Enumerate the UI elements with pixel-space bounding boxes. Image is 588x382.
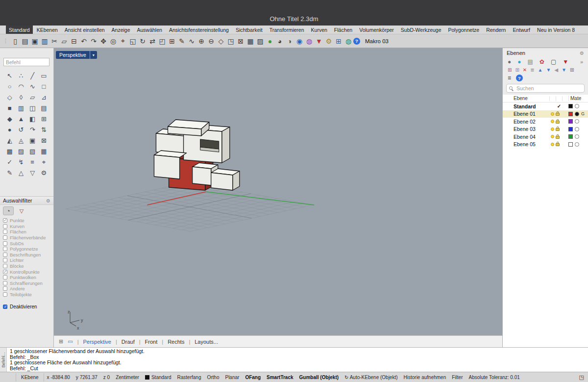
menu-tab-transformieren[interactable]: Transformieren: [267, 25, 307, 34]
pencil-icon[interactable]: ✎: [5, 168, 15, 178]
viewport-title[interactable]: Perspektive: [56, 51, 90, 59]
rectangle-icon[interactable]: ▭: [39, 71, 49, 80]
material-circle[interactable]: [575, 142, 579, 147]
zoom-window-icon[interactable]: ⌖: [118, 36, 128, 47]
filter-tab-icon[interactable]: ▼: [563, 58, 568, 65]
plane-icon[interactable]: ▱: [27, 93, 37, 102]
viewport-tab-drauf[interactable]: Drauf: [122, 339, 135, 345]
trim-icon[interactable]: ⊠: [236, 36, 245, 47]
viewport-tab-front[interactable]: Front: [145, 339, 158, 345]
filter-kurven[interactable]: Kurven: [3, 224, 50, 229]
material-circle[interactable]: [575, 127, 579, 131]
checkbox-checked-icon[interactable]: [3, 270, 7, 274]
redo-icon[interactable]: ↷: [89, 36, 98, 47]
material-sphere-icon[interactable]: ◍: [304, 36, 314, 47]
copy-object-icon[interactable]: ◰: [157, 36, 167, 47]
window-layout-icon[interactable]: ◳: [575, 374, 588, 381]
open-file-icon[interactable]: ▤: [20, 36, 30, 47]
move-layer-down-icon[interactable]: ▼: [546, 67, 551, 73]
toggle-historie-aufnehmen[interactable]: Historie aufnehmen: [401, 375, 449, 380]
line-icon[interactable]: ╱: [27, 71, 37, 80]
layer-row-ebene-01[interactable]: Ebene 01G: [503, 110, 588, 118]
visibility-bulb-icon[interactable]: [551, 143, 554, 146]
toggle-gumball-objekt[interactable]: Gumball (Objekt): [296, 375, 342, 380]
filter-funnel-icon[interactable]: ▽: [17, 207, 26, 215]
filter-layers-icon[interactable]: ▼: [562, 67, 566, 73]
checkbox-icon[interactable]: [3, 253, 7, 257]
viewport-perspective[interactable]: zyx Perspektive ▾: [54, 48, 502, 335]
checkbox-icon[interactable]: [3, 275, 7, 280]
ellipse-icon[interactable]: ◊: [16, 93, 26, 102]
tetrahedron-icon[interactable]: ◬: [16, 136, 26, 145]
filter-punkte[interactable]: Punkte: [3, 218, 50, 224]
slab-icon[interactable]: ▥: [16, 103, 26, 113]
paste-icon[interactable]: ⊟: [69, 36, 79, 47]
sphere-icon[interactable]: ●: [5, 125, 15, 134]
filter-flächen[interactable]: Flächen: [3, 229, 50, 235]
layer-color-swatch[interactable]: [568, 119, 573, 124]
target-icon[interactable]: ⌖: [39, 157, 49, 167]
square-icon[interactable]: □: [39, 82, 49, 91]
array-icon[interactable]: ⊞: [167, 36, 177, 47]
help-icon[interactable]: ?: [353, 38, 360, 45]
properties-tab-icon[interactable]: ●: [508, 58, 511, 65]
hatch-tool-icon[interactable]: ▩: [5, 147, 15, 156]
render-green-sphere-icon[interactable]: ●: [265, 36, 275, 47]
circle-icon[interactable]: ○: [5, 82, 15, 91]
options-gear-icon[interactable]: ⚙: [324, 36, 334, 47]
material-circle[interactable]: [575, 112, 579, 116]
check-icon[interactable]: ✓: [5, 157, 15, 167]
menu-tab-entwurf[interactable]: Entwurf: [510, 25, 533, 34]
menu-tab-auswählen[interactable]: Auswählen: [134, 25, 165, 34]
viewport-single-icon[interactable]: ▭: [68, 338, 73, 345]
diamond-icon[interactable]: ◇: [5, 93, 15, 102]
filter-teilobjekte[interactable]: Teilobjekte: [3, 292, 50, 298]
toggle-absolute-toleranz-0-01[interactable]: Absolute Toleranz: 0.01: [466, 375, 522, 380]
layers-tab-icon[interactable]: ▤: [528, 58, 533, 65]
display-tab-icon[interactable]: ▢: [551, 58, 556, 65]
earth-sphere-icon[interactable]: ◍: [343, 36, 353, 47]
checkbox-icon[interactable]: [3, 224, 7, 229]
pan-icon[interactable]: ✥: [98, 36, 108, 47]
layer-row-ebene-03[interactable]: Ebene 03: [503, 126, 588, 133]
layer-row-ebene-02[interactable]: Ebene 02: [503, 118, 588, 126]
search-input[interactable]: [515, 85, 582, 92]
layer-row-standard[interactable]: Standard✓: [503, 102, 588, 110]
menu-tab-standard[interactable]: Standard: [6, 25, 33, 34]
shade-tool-icon[interactable]: ▧: [27, 147, 37, 156]
zoom-icon[interactable]: ◎: [108, 36, 118, 47]
visibility-bulb-icon[interactable]: [551, 120, 554, 123]
boolean-difference-icon[interactable]: ⊖: [206, 36, 216, 47]
menu-tab-subd-werkzeuge[interactable]: SubD-Werkzeuge: [398, 25, 444, 34]
filter-subds[interactable]: SubDs: [3, 240, 50, 246]
toggle-planar[interactable]: Planar: [222, 375, 242, 380]
undo-icon[interactable]: ↶: [79, 36, 89, 47]
filter-polygonnetze[interactable]: Polygonnetze: [3, 246, 50, 252]
layer-search[interactable]: [506, 84, 585, 93]
redo-curve-icon[interactable]: ↷: [27, 125, 37, 134]
globe-icon[interactable]: ◉: [294, 36, 304, 47]
new-sublayer-icon[interactable]: ⊞: [515, 67, 519, 73]
lock-icon[interactable]: [556, 113, 560, 116]
new-layer-icon[interactable]: ⊞: [508, 67, 512, 73]
layer-hierarchy-icon[interactable]: ≣: [530, 67, 534, 73]
cplane-pane[interactable]: KEbene: [16, 373, 44, 382]
array-grid-icon[interactable]: ⊞: [39, 114, 49, 124]
checkbox-icon[interactable]: [3, 286, 7, 291]
menu-tab-volumenkörper[interactable]: Volumenkörper: [356, 25, 397, 34]
zoom-extents-icon[interactable]: ◱: [128, 36, 138, 47]
half-shade-icon[interactable]: ◧: [27, 114, 37, 124]
cone-icon[interactable]: ▲: [16, 114, 26, 124]
filter-funnel-icon[interactable]: ▼: [314, 36, 324, 47]
render-settings-tab-icon[interactable]: ✿: [539, 58, 544, 65]
hatch-icon[interactable]: ▨: [255, 36, 265, 47]
snap-grid-icon[interactable]: ⊞: [334, 36, 343, 47]
lock-icon[interactable]: [556, 121, 560, 124]
extrude-icon[interactable]: ◫: [27, 103, 37, 113]
pyramid-icon[interactable]: ◭: [5, 136, 15, 145]
toggle-filter[interactable]: Filter: [449, 375, 466, 380]
material-circle[interactable]: [575, 134, 579, 139]
chevron-down-icon[interactable]: ▾: [90, 51, 97, 59]
polygon-icon[interactable]: ◇: [216, 36, 226, 47]
checkbox-checked-icon[interactable]: [3, 305, 7, 309]
